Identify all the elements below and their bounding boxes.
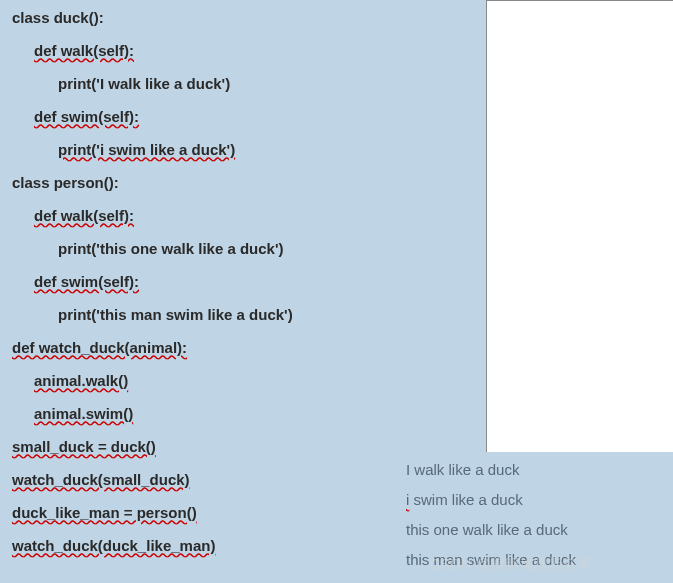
- code-line: animal.swim(): [12, 406, 482, 421]
- output-text: swim like a duck: [414, 491, 523, 508]
- output-line: this one walk like a duck: [406, 522, 576, 537]
- code-line: animal.walk(): [12, 373, 482, 388]
- code-text: animal.walk(): [34, 372, 128, 389]
- code-line: def walk(self):: [12, 43, 482, 58]
- code-line: def swim(self):: [12, 109, 482, 124]
- code-line: class person():: [12, 175, 482, 190]
- code-text: watch_duck(duck_like_man): [12, 537, 215, 554]
- code-text: def walk(self):: [34, 42, 134, 59]
- code-text: print('this man swim like a duck'): [58, 306, 293, 323]
- watermark-text: CSDN @横明地哩斯芬客: [430, 556, 592, 574]
- code-text: def walk(self):: [34, 207, 134, 224]
- code-line: print('i swim like a duck'): [12, 142, 482, 157]
- code-line: small_duck = duck(): [12, 439, 482, 454]
- code-line: print('this man swim like a duck'): [12, 307, 482, 322]
- code-text: print('this one walk like a duck'): [58, 240, 284, 257]
- code-text: duck_like_man = person(): [12, 504, 197, 521]
- code-line: class duck():: [12, 10, 482, 25]
- code-text: watch_duck(small_duck): [12, 471, 190, 488]
- code-text: class person():: [12, 174, 119, 191]
- code-line: def walk(self):: [12, 208, 482, 223]
- code-line: def swim(self):: [12, 274, 482, 289]
- output-console-bg: [486, 0, 673, 452]
- output-line: I walk like a duck: [406, 462, 576, 477]
- code-text: class duck():: [12, 9, 104, 26]
- code-text: def swim(self):: [34, 108, 139, 125]
- code-text: small_duck = duck(): [12, 438, 156, 455]
- code-line: print('I walk like a duck'): [12, 76, 482, 91]
- code-text: def swim(self):: [34, 273, 139, 290]
- code-text: def watch_duck(animal):: [12, 339, 187, 356]
- code-text: print('i swim like a duck'): [58, 141, 235, 158]
- code-text: animal.swim(): [34, 405, 133, 422]
- output-line: i swim like a duck: [406, 492, 576, 507]
- code-line: print('this one walk like a duck'): [12, 241, 482, 256]
- code-text: print('I walk like a duck'): [58, 75, 230, 92]
- code-line: def watch_duck(animal):: [12, 340, 482, 355]
